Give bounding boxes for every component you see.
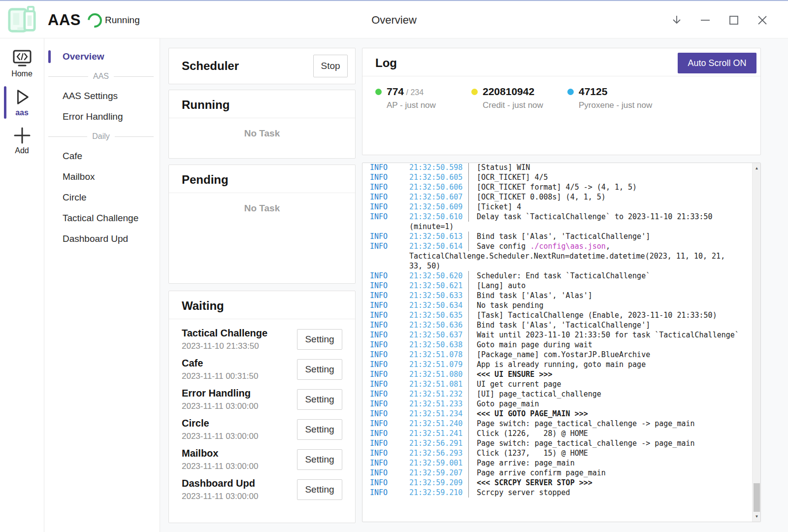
setting-button-cafe[interactable]: Setting	[297, 359, 342, 380]
sidebar-item-cafe[interactable]: Cafe	[44, 146, 160, 166]
app-logo-icon	[7, 5, 37, 35]
auto-scroll-toggle[interactable]: Auto Scroll ON	[678, 53, 756, 73]
log-level: INFO	[370, 399, 409, 409]
log-level: INFO	[370, 192, 409, 202]
log-level: INFO	[370, 379, 409, 389]
log-level: INFO	[370, 330, 409, 340]
log-line: INFO21:32:59.210Scrcpy server stopped	[370, 488, 752, 498]
rail-item-add[interactable]: Add	[0, 124, 44, 158]
rail-item-aas[interactable]: aas	[0, 85, 44, 120]
log-message: [Ticket] 4	[468, 202, 521, 212]
log-message: Bind task ['Alas', 'TacticalChallenge']	[468, 232, 650, 241]
log-level: INFO	[370, 232, 409, 241]
log-level: INFO	[370, 468, 409, 478]
log-timestamp: 21:32:50.598	[409, 163, 468, 172]
waiting-task-list: Tactical Challenge 2023-11-10 21:33:50 S…	[169, 319, 355, 504]
log-level: INFO	[370, 429, 409, 438]
waiting-card: Waiting Tactical Challenge 2023-11-10 21…	[168, 291, 356, 523]
sidebar-item-overview[interactable]: Overview	[44, 46, 160, 67]
maximize-icon[interactable]	[728, 14, 740, 26]
log-header: Log Auto Scroll ON	[362, 48, 760, 76]
log-line: INFO21:32:56.293Click (1237, 15) @ HOME	[370, 448, 752, 458]
log-level: INFO	[370, 271, 409, 281]
running-title: Running	[169, 90, 355, 118]
scrollbar-down-icon[interactable]: ▼	[753, 512, 761, 521]
log-message: Page arrive confirm page_main	[468, 468, 606, 478]
log-timestamp: 21:32:50.610	[409, 212, 468, 222]
rail-item-home[interactable]: Home	[0, 47, 44, 81]
setting-button-circle[interactable]: Setting	[297, 419, 342, 440]
sidebar-item-dashboard-upd[interactable]: Dashboard Upd	[44, 229, 160, 249]
stat-dot-icon	[471, 89, 478, 95]
scrollbar-thumb[interactable]	[754, 483, 760, 512]
log-level: INFO	[370, 438, 409, 448]
waiting-task-row: Error Handling 2023-11-11 03:00:00 Setti…	[182, 384, 342, 414]
sidebar-section-divider: AAS	[44, 67, 160, 86]
sidebar-item-circle[interactable]: Circle	[44, 187, 160, 208]
task-name: Mailbox	[182, 446, 297, 461]
stat-dot-icon	[567, 89, 574, 95]
log-timestamp: 21:32:50.606	[409, 182, 468, 192]
task-next-run: 2023-11-11 00:31:50	[182, 370, 297, 382]
task-name: Cafe	[182, 356, 297, 370]
log-level: INFO	[370, 340, 409, 350]
scrollbar-up-icon[interactable]: ▲	[753, 164, 761, 172]
log-message: Scrcpy server stopped	[468, 488, 570, 498]
log-level: INFO	[370, 172, 409, 182]
log-line: INFO21:32:50.635[Task] TacticalChallenge…	[370, 310, 752, 320]
code-monitor-icon	[12, 50, 32, 67]
log-line: INFO21:32:59.207Page arrive confirm page…	[370, 468, 752, 478]
log-message: Scheduler: End task `TacticalChallenge`	[468, 271, 650, 281]
log-timestamp: 21:32:59.001	[409, 458, 468, 468]
sidebar-section-divider: Daily	[44, 127, 160, 146]
log-level: INFO	[370, 369, 409, 379]
setting-button-error-handling[interactable]: Setting	[297, 389, 342, 410]
log-line: INFO21:32:51.234<<< UI GOTO PAGE_MAIN >>…	[370, 409, 752, 419]
sidebar-item-error-handling[interactable]: Error Handling	[44, 106, 160, 127]
scheduler-status: Running	[105, 15, 140, 26]
log-line: INFO21:32:50.633Bind task ['Alas', 'Alas…	[370, 291, 752, 300]
log-level: INFO	[370, 182, 409, 192]
task-info: Circle 2023-11-11 03:00:00	[182, 416, 297, 442]
log-level: INFO	[370, 291, 409, 300]
scheduler-stop-button[interactable]: Stop	[313, 55, 348, 77]
divider-line	[48, 136, 87, 137]
log-stat: 774 / 234 AP - just now	[375, 85, 471, 110]
log-message: 33, 50)	[409, 261, 440, 271]
log-message: [OCR_TICKET 0.008s] (4, 1, 5)	[468, 192, 606, 202]
section-label: Daily	[92, 132, 110, 141]
task-info: Tactical Challenge 2023-11-10 21:33:50	[182, 326, 297, 352]
sidebar-item-aas-settings[interactable]: AAS Settings	[44, 86, 160, 106]
waiting-task-row: Dashboard Upd 2023-11-11 03:00:00 Settin…	[182, 474, 342, 504]
stat-label: AP - just now	[387, 100, 436, 110]
log-card: Log Auto Scroll ON 774 / 234 AP - just n…	[362, 48, 761, 155]
log-line: INFO21:32:51.232[UI] page_tactical_chall…	[370, 389, 752, 399]
sidebar-item-tactical-challenge[interactable]: Tactical Challenge	[44, 208, 160, 229]
nav-rail: Home aas Add	[0, 38, 44, 532]
running-spinner-icon	[85, 10, 105, 31]
log-scrollbar[interactable]: ▲ ▼	[752, 163, 760, 522]
sidebar-item-mailbox[interactable]: Mailbox	[44, 166, 160, 187]
log-timestamp: 21:32:50.634	[409, 300, 468, 310]
active-indicator	[48, 50, 51, 63]
task-next-run: 2023-11-11 03:00:00	[182, 400, 297, 412]
log-message: App is already running, goto main page	[468, 360, 646, 369]
log-message: Save config ./config\aas.json,	[468, 241, 610, 251]
scheduler-card: Scheduler Stop	[168, 48, 356, 84]
log-timestamp: 21:32:56.293	[409, 448, 468, 458]
minimize-to-tray-icon[interactable]	[671, 14, 683, 26]
close-icon[interactable]	[756, 14, 768, 26]
minimize-icon[interactable]	[699, 14, 711, 26]
stat-value: 774	[387, 86, 404, 97]
log-level: INFO	[370, 360, 409, 369]
stat-text: 774 / 234 AP - just now	[387, 85, 436, 110]
log-line: INFO21:32:50.613Bind task ['Alas', 'Tact…	[370, 232, 752, 241]
stat-label: Credit - just now	[483, 100, 543, 110]
task-name: Error Handling	[182, 386, 297, 400]
log-timestamp: 21:32:50.637	[409, 330, 468, 340]
setting-button-dashboard-upd[interactable]: Setting	[297, 479, 342, 500]
log-level: INFO	[370, 320, 409, 330]
setting-button-mailbox[interactable]: Setting	[297, 449, 342, 470]
setting-button-tactical-challenge[interactable]: Setting	[297, 329, 342, 350]
log-message: Click (1237, 15) @ HOME	[468, 448, 588, 458]
